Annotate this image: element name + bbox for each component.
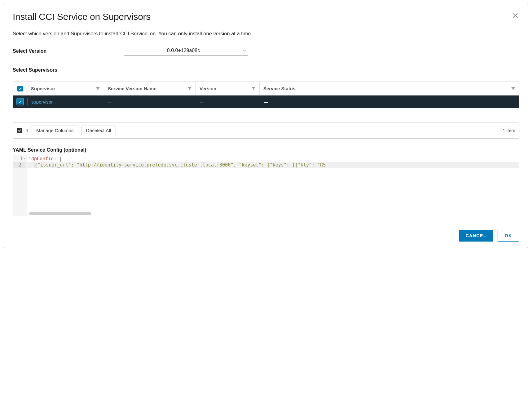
col-version-label: Version: [200, 86, 216, 91]
version-select[interactable]: 0.0.0+129a08c: [124, 47, 248, 56]
cell-service-status: —: [260, 96, 519, 108]
dialog-description: Select which version and Supervisors to …: [13, 31, 519, 37]
install-dialog: Install CCI Service on Supervisors Selec…: [4, 4, 528, 248]
cancel-button[interactable]: CANCEL: [459, 230, 493, 242]
fold-arrow-icon[interactable]: ▾: [23, 156, 25, 162]
gutter-line-2: 2: [13, 162, 26, 168]
col-supervisor[interactable]: Supervisor: [27, 82, 104, 95]
supervisor-link[interactable]: supervisor: [31, 99, 53, 104]
cell-supervisor: supervisor: [28, 96, 104, 108]
manage-columns-button[interactable]: Manage Columns: [32, 126, 78, 135]
row-checkbox-cell: [13, 96, 27, 108]
cell-service-version-name: --: [104, 96, 196, 108]
col-svname-label: Service Version Name: [108, 86, 156, 91]
table-row[interactable]: supervisor -- -- —: [13, 96, 519, 108]
dialog-header: Install CCI Service on Supervisors: [13, 11, 519, 22]
code-line-2: {"issuer_url": "http://identity-service.…: [27, 162, 519, 168]
footer-selection-checkbox[interactable]: [17, 128, 22, 133]
col-status-label: Service Status: [263, 86, 295, 91]
close-icon: [512, 12, 518, 20]
col-version[interactable]: Version: [196, 82, 260, 95]
col-service-status[interactable]: Service Status: [260, 82, 519, 95]
yaml-editor[interactable]: 1▾ 2 idpConfig: | {"issuer_url": "http:/…: [13, 155, 519, 216]
gutter-line-1: 1▾: [13, 156, 26, 162]
filter-icon[interactable]: [511, 87, 515, 91]
editor-body[interactable]: idpConfig: | {"issuer_url": "http://iden…: [27, 155, 519, 216]
filter-icon[interactable]: [96, 87, 100, 91]
selected-count: 1: [26, 128, 29, 133]
items-count: 1 item: [503, 128, 515, 133]
chevron-down-icon: [243, 49, 246, 52]
version-label: Select Version: [13, 48, 124, 54]
version-value: 0.0.0+129a08c: [124, 48, 243, 53]
dialog-actions: CANCEL OK: [13, 230, 519, 242]
cell-version: --: [196, 96, 260, 108]
col-service-version-name[interactable]: Service Version Name: [104, 82, 196, 95]
select-all-cell: [13, 82, 27, 95]
col-supervisor-label: Supervisor: [31, 86, 55, 91]
deselect-all-button[interactable]: Deselect All: [81, 126, 116, 135]
horizontal-scrollbar[interactable]: [29, 212, 91, 215]
close-button[interactable]: [511, 11, 519, 21]
supervisors-table: Supervisor Service Version Name Version …: [13, 82, 519, 139]
yaml-label: YAML Service Config (optional): [13, 147, 519, 153]
ok-button[interactable]: OK: [498, 230, 519, 242]
dialog-title: Install CCI Service on Supervisors: [13, 11, 151, 22]
editor-gutter: 1▾ 2: [13, 155, 27, 216]
filter-icon[interactable]: [187, 87, 192, 91]
supervisors-label: Select Supervisors: [13, 67, 519, 73]
row-checkbox[interactable]: [17, 99, 23, 104]
table-footer: 1 Manage Columns Deselect All 1 item: [13, 122, 519, 138]
version-row: Select Version 0.0.0+129a08c: [13, 47, 519, 56]
code-line-1: idpConfig: |: [27, 156, 519, 162]
table-body: supervisor -- -- —: [13, 96, 519, 122]
filter-icon[interactable]: [251, 87, 256, 91]
table-head: Supervisor Service Version Name Version …: [13, 82, 519, 96]
select-all-checkbox[interactable]: [17, 86, 23, 91]
row-checkbox-outline: [16, 98, 24, 105]
